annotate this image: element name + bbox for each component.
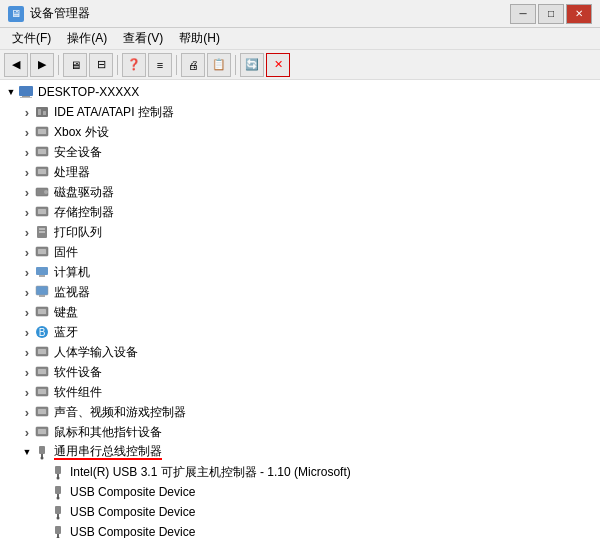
close-button[interactable]: ✕ [566,4,592,24]
tree-item[interactable]: ›打印队列 [0,222,600,242]
window-controls: ─ □ ✕ [510,4,592,24]
tree-item[interactable]: USB Composite Device [0,522,600,538]
tree-item[interactable]: ›监视器 [0,282,600,302]
menu-view[interactable]: 查看(V) [115,28,171,49]
expand-icon[interactable]: › [20,145,34,159]
device-label: 计算机 [54,264,90,281]
device-label: 软件组件 [54,384,102,401]
svg-rect-24 [39,295,45,297]
menu-action[interactable]: 操作(A) [59,28,115,49]
svg-rect-0 [19,86,33,96]
tree-item[interactable]: ›存储控制器 [0,202,600,222]
expand-icon[interactable]: › [20,165,34,179]
device-icon: B [34,324,50,340]
device-label: 监视器 [54,284,90,301]
computer-button[interactable]: 🖥 [63,53,87,77]
device-icon [34,344,50,360]
properties-button[interactable]: 📋 [207,53,231,77]
tree-item[interactable]: ›磁盘驱动器 [0,182,600,202]
svg-rect-18 [39,231,45,233]
expand-icon[interactable]: › [20,245,34,259]
collapse-button[interactable]: ⊟ [89,53,113,77]
refresh-button[interactable]: 🔄 [240,53,264,77]
expand-icon[interactable]: › [20,125,34,139]
expand-icon [36,465,50,479]
expand-icon[interactable]: › [20,285,34,299]
device-label: 软件设备 [54,364,102,381]
expand-icon[interactable]: ▼ [20,445,34,459]
expand-icon [36,485,50,499]
back-button[interactable]: ◀ [4,53,28,77]
device-label: 固件 [54,244,78,261]
menu-help[interactable]: 帮助(H) [171,28,228,49]
expand-icon[interactable]: › [20,105,34,119]
svg-point-44 [57,477,60,480]
menu-bar: 文件(F) 操作(A) 查看(V) 帮助(H) [0,28,600,50]
svg-rect-32 [38,369,46,374]
tree-item[interactable]: USB Composite Device [0,502,600,522]
svg-rect-26 [38,309,46,314]
expand-icon [36,525,50,538]
device-icon [34,364,50,380]
tree-item[interactable]: ›鼠标和其他指针设备 [0,422,600,442]
expand-icon[interactable]: › [20,305,34,319]
minimize-button[interactable]: ─ [510,4,536,24]
remove-button[interactable]: ✕ [266,53,290,77]
window-title: 设备管理器 [30,5,90,22]
device-icon [50,464,66,480]
expand-icon[interactable]: ▼ [4,85,18,99]
svg-rect-21 [36,267,48,275]
device-icon [34,404,50,420]
device-tree[interactable]: ▼DESKTOP-XXXXX›IDE ATA/ATAPI 控制器›Xbox 外设… [0,80,600,538]
svg-rect-17 [39,228,45,230]
tree-item[interactable]: ▼通用串行总线控制器 [0,442,600,462]
expand-icon[interactable]: › [20,185,34,199]
device-icon [34,264,50,280]
tree-item[interactable]: ›固件 [0,242,600,262]
svg-point-41 [41,457,44,460]
tree-item[interactable]: ›人体学输入设备 [0,342,600,362]
expand-icon[interactable]: › [20,365,34,379]
tree-item[interactable]: ▼DESKTOP-XXXXX [0,82,600,102]
device-label: 鼠标和其他指针设备 [54,424,162,441]
tree-item[interactable]: Intel(R) USB 3.1 可扩展主机控制器 - 1.10 (Micros… [0,462,600,482]
device-icon [34,244,50,260]
device-label: 声音、视频和游戏控制器 [54,404,186,421]
expand-icon[interactable]: › [20,405,34,419]
svg-rect-22 [39,275,45,277]
expand-icon[interactable]: › [20,205,34,219]
tree-item[interactable]: ›IDE ATA/ATAPI 控制器 [0,102,600,122]
tree-item[interactable]: ›处理器 [0,162,600,182]
svg-rect-39 [39,446,45,454]
device-label: 存储控制器 [54,204,114,221]
svg-rect-42 [55,466,61,474]
tree-item[interactable]: ›B蓝牙 [0,322,600,342]
svg-rect-3 [36,107,48,117]
expand-icon[interactable]: › [20,425,34,439]
device-icon [34,104,50,120]
tree-item[interactable]: ›声音、视频和游戏控制器 [0,402,600,422]
svg-rect-2 [20,97,32,98]
device-icon [34,164,50,180]
tree-item[interactable]: ›软件设备 [0,362,600,382]
expand-icon[interactable]: › [20,325,34,339]
toolbar-separator-4 [235,55,236,75]
expand-icon[interactable]: › [20,265,34,279]
device-label: 人体学输入设备 [54,344,138,361]
tree-item[interactable]: ›Xbox 外设 [0,122,600,142]
expand-icon[interactable]: › [20,345,34,359]
tree-item[interactable]: ›安全设备 [0,142,600,162]
tree-item[interactable]: ›计算机 [0,262,600,282]
device-label: USB Composite Device [70,485,195,499]
tree-item[interactable]: ›软件组件 [0,382,600,402]
tree-item[interactable]: ›键盘 [0,302,600,322]
print-button[interactable]: 🖨 [181,53,205,77]
help-button[interactable]: ❓ [122,53,146,77]
menu-file[interactable]: 文件(F) [4,28,59,49]
expand-icon[interactable]: › [20,225,34,239]
list-button[interactable]: ≡ [148,53,172,77]
forward-button[interactable]: ▶ [30,53,54,77]
tree-item[interactable]: USB Composite Device [0,482,600,502]
expand-icon[interactable]: › [20,385,34,399]
maximize-button[interactable]: □ [538,4,564,24]
